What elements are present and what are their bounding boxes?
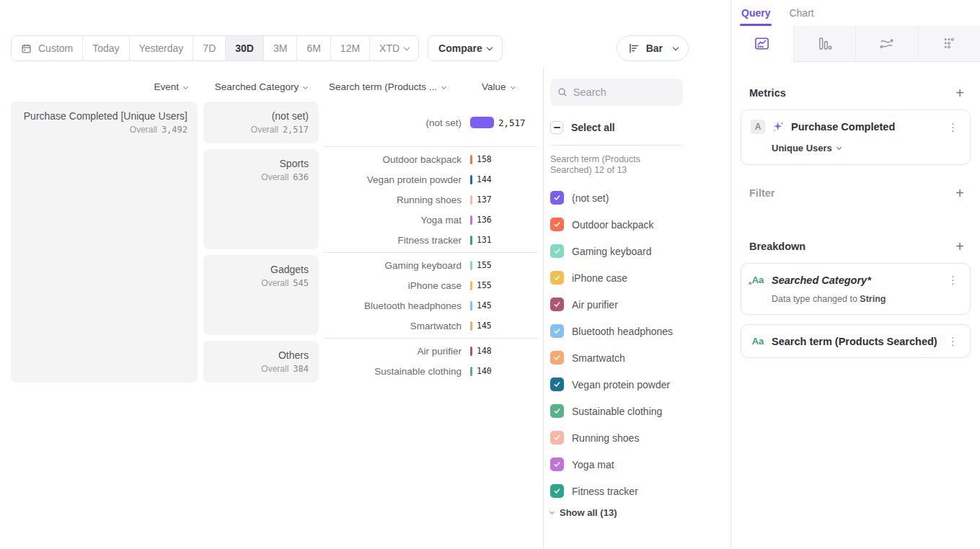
bar-viz: 2,517: [470, 117, 526, 128]
date-range-label: 7D: [203, 43, 216, 54]
date-range-button[interactable]: Today: [82, 36, 128, 61]
color-checkbox[interactable]: [550, 458, 564, 471]
breakdown-card[interactable]: Aa* Searched Category* ⋮ Data type chang…: [741, 263, 971, 315]
legend-item[interactable]: Outdoor backpack: [550, 211, 683, 238]
bar-row[interactable]: Air purifier 148: [325, 341, 537, 361]
column-header-category[interactable]: Searched Category: [215, 81, 307, 92]
sort-chevron-icon: [441, 84, 446, 89]
search-input[interactable]: [573, 86, 676, 98]
kebab-menu-icon[interactable]: ⋮: [945, 273, 961, 287]
legend-item[interactable]: Smartwatch: [550, 344, 683, 371]
color-checkbox[interactable]: [550, 404, 564, 418]
legend-item[interactable]: Running shoes: [550, 424, 683, 451]
select-all-checkbox[interactable]: Select all: [550, 121, 683, 134]
bar-row[interactable]: Outdoor backpack 158: [325, 149, 537, 169]
bar-row[interactable]: (not set) 2,517: [325, 112, 537, 133]
legend-item-label: Outdoor backpack: [572, 219, 654, 231]
bar-row[interactable]: Fitness tracker 131: [325, 230, 537, 250]
legend-item[interactable]: Air purifier: [550, 291, 683, 318]
date-range-button[interactable]: 7D: [193, 36, 225, 61]
sort-chevron-icon: [183, 84, 188, 89]
breakdown-section-header: Breakdown +: [731, 239, 980, 254]
add-filter-button[interactable]: +: [955, 186, 964, 200]
legend-item-label: Vegan protein powder: [572, 379, 670, 390]
category-cell[interactable]: Others Overall384: [203, 341, 319, 383]
color-checkbox[interactable]: [550, 431, 564, 445]
legend-search[interactable]: [550, 79, 683, 106]
date-range-button[interactable]: 6M: [296, 36, 330, 61]
legend-item[interactable]: Bluetooth headphones: [550, 318, 683, 344]
color-checkbox[interactable]: [550, 324, 564, 338]
bar-rows: Outdoor backpack 158 Vegan protein powde…: [325, 146, 537, 252]
breakdown-card[interactable]: Aa Search term (Products Searched) ⋮: [741, 324, 971, 358]
legend-item[interactable]: Sustainable clothing: [550, 398, 683, 424]
value-bar: [470, 301, 472, 311]
bar-row[interactable]: iPhone case 155: [325, 275, 537, 295]
add-metric-button[interactable]: +: [955, 86, 964, 100]
legend-item-label: Sustainable clothing: [572, 406, 662, 417]
legend-item[interactable]: iPhone case: [550, 264, 683, 291]
value-bar: [470, 347, 472, 356]
column-header-term[interactable]: Search term (Products ...: [329, 81, 446, 92]
bar-row[interactable]: Running shoes 137: [325, 189, 537, 210]
color-checkbox[interactable]: [550, 351, 564, 365]
color-checkbox[interactable]: [550, 298, 564, 311]
value-bar: [470, 195, 472, 205]
chart-type-button[interactable]: Bar: [617, 35, 689, 61]
bar-row[interactable]: Smartwatch 145: [325, 316, 537, 336]
legend-item[interactable]: Fitness tracker: [550, 478, 683, 504]
value-bar: [470, 321, 472, 331]
color-checkbox[interactable]: [550, 484, 564, 498]
sort-chevron-icon: [303, 84, 308, 89]
tab-flows[interactable]: [856, 26, 919, 62]
compare-button[interactable]: Compare: [428, 35, 503, 61]
column-header-value[interactable]: Value: [482, 81, 515, 92]
query-panel-tab[interactable]: Chart: [789, 7, 813, 26]
bar-row[interactable]: Yoga mat 136: [325, 210, 537, 230]
chevron-down-icon: [549, 509, 555, 514]
bar-row-label: Outdoor backpack: [325, 154, 462, 165]
date-range-button[interactable]: 12M: [330, 36, 369, 61]
date-range-button[interactable]: 3M: [263, 36, 296, 61]
bar-row[interactable]: Bluetooth headphones 145: [325, 295, 537, 316]
color-checkbox[interactable]: [550, 244, 564, 258]
date-range-button[interactable]: Yesterday: [129, 36, 193, 61]
flows-icon: [878, 35, 895, 52]
tab-insights[interactable]: [731, 26, 794, 62]
tab-funnels[interactable]: [794, 26, 857, 62]
bar-row-label: iPhone case: [325, 280, 462, 291]
tab-retention[interactable]: [919, 26, 980, 62]
bar-row[interactable]: Gaming keyboard 155: [325, 255, 537, 275]
color-checkbox[interactable]: [550, 218, 564, 231]
legend-item[interactable]: Vegan protein powder: [550, 371, 683, 398]
column-header-event[interactable]: Event: [154, 81, 187, 92]
category-cell[interactable]: Sports Overall636: [203, 149, 319, 249]
category-cell[interactable]: (not set) Overall2,517: [203, 102, 319, 143]
bar-row-label: Yoga mat: [325, 215, 462, 226]
bar-row[interactable]: Sustainable clothing 140: [325, 361, 537, 381]
metric-card[interactable]: A Purchase Completed ⋮ Unique Users: [741, 110, 971, 165]
add-breakdown-button[interactable]: +: [955, 239, 964, 254]
check-icon: [553, 434, 561, 442]
query-panel-tab[interactable]: Query: [741, 7, 770, 26]
date-range-button[interactable]: 30D: [225, 36, 263, 61]
bar-row[interactable]: Vegan protein powder 144: [325, 169, 537, 189]
legend-item-label: Bluetooth headphones: [572, 326, 673, 337]
date-range-label: 3M: [273, 43, 287, 54]
measurement-dropdown[interactable]: Unique Users: [772, 143, 841, 153]
show-all-link[interactable]: Show all (13): [550, 507, 683, 518]
legend-item[interactable]: (not set): [550, 184, 683, 211]
legend-item[interactable]: Yoga mat: [550, 451, 683, 478]
event-cell[interactable]: Purchase Completed [Unique Users] Overal…: [11, 102, 198, 383]
color-checkbox[interactable]: [550, 191, 564, 205]
category-cell[interactable]: Gadgets Overall545: [203, 255, 319, 335]
date-range-button[interactable]: XTD: [369, 36, 418, 61]
kebab-menu-icon[interactable]: ⋮: [945, 120, 961, 134]
legend-item[interactable]: Gaming keyboard: [550, 238, 683, 264]
chevron-down-icon: [673, 45, 679, 50]
indeterminate-checkbox-icon[interactable]: [550, 121, 563, 134]
color-checkbox[interactable]: [550, 378, 564, 391]
kebab-menu-icon[interactable]: ⋮: [945, 334, 961, 348]
date-range-button[interactable]: Custom: [12, 36, 82, 61]
color-checkbox[interactable]: [550, 271, 564, 285]
